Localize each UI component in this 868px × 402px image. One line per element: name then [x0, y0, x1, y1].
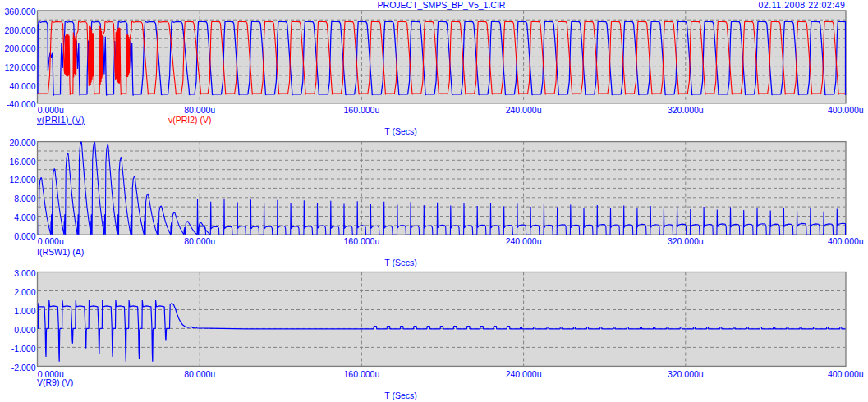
svg-text:0.000u: 0.000u	[38, 236, 64, 246]
svg-text:-40.000: -40.000	[7, 99, 36, 109]
svg-text:T (Secs): T (Secs)	[384, 126, 416, 136]
svg-text:V(R9) (V): V(R9) (V)	[37, 377, 73, 387]
svg-text:240.000u: 240.000u	[506, 369, 542, 379]
svg-text:T (Secs): T (Secs)	[384, 391, 416, 400]
svg-text:-2.000: -2.000	[11, 363, 36, 372]
svg-text:T (Secs): T (Secs)	[384, 258, 416, 267]
svg-text:80.000u: 80.000u	[184, 105, 215, 115]
svg-text:16.000: 16.000	[9, 157, 35, 167]
svg-text:8.000: 8.000	[14, 194, 35, 203]
svg-text:v(PRI1) (V): v(PRI1) (V)	[37, 115, 85, 125]
svg-text:PROJECT_SMPS_BP_V5_1.CIR: PROJECT_SMPS_BP_V5_1.CIR	[378, 0, 506, 10]
svg-text:20.000: 20.000	[9, 138, 35, 148]
svg-text:I(RSW1) (A): I(RSW1) (A)	[37, 247, 84, 257]
svg-text:160.000u: 160.000u	[344, 105, 380, 115]
svg-text:1.000: 1.000	[14, 306, 35, 316]
svg-text:240.000u: 240.000u	[506, 236, 542, 246]
svg-text:280.000: 280.000	[5, 25, 36, 35]
svg-text:120.000: 120.000	[5, 62, 36, 72]
svg-text:-1.000: -1.000	[11, 344, 36, 354]
svg-text:2.000: 2.000	[14, 287, 35, 297]
svg-text:80.000u: 80.000u	[184, 236, 215, 246]
svg-text:240.000u: 240.000u	[506, 105, 542, 115]
svg-text:160.000u: 160.000u	[344, 236, 380, 246]
svg-text:0.000: 0.000	[14, 231, 35, 241]
svg-text:40.000: 40.000	[9, 81, 35, 91]
svg-text:400.000u: 400.000u	[828, 369, 864, 379]
svg-text:12.000: 12.000	[9, 175, 35, 185]
svg-text:400.000u: 400.000u	[828, 236, 864, 246]
svg-text:400.000u: 400.000u	[828, 105, 864, 115]
svg-text:80.000u: 80.000u	[184, 369, 215, 379]
svg-text:3.000: 3.000	[14, 268, 35, 278]
svg-text:320.000u: 320.000u	[668, 236, 704, 246]
svg-text:0.000u: 0.000u	[38, 105, 64, 115]
svg-text:320.000u: 320.000u	[668, 369, 704, 379]
svg-text:160.000u: 160.000u	[344, 369, 380, 379]
svg-text:320.000u: 320.000u	[668, 105, 704, 115]
svg-text:200.000: 200.000	[5, 43, 36, 53]
svg-text:0.000: 0.000	[14, 325, 35, 335]
svg-text:360.000: 360.000	[5, 7, 36, 16]
svg-text:02.11.2008 22:02:49: 02.11.2008 22:02:49	[758, 0, 845, 10]
svg-text:v(PRI2) (V): v(PRI2) (V)	[168, 115, 212, 125]
svg-text:4.000: 4.000	[14, 212, 35, 222]
